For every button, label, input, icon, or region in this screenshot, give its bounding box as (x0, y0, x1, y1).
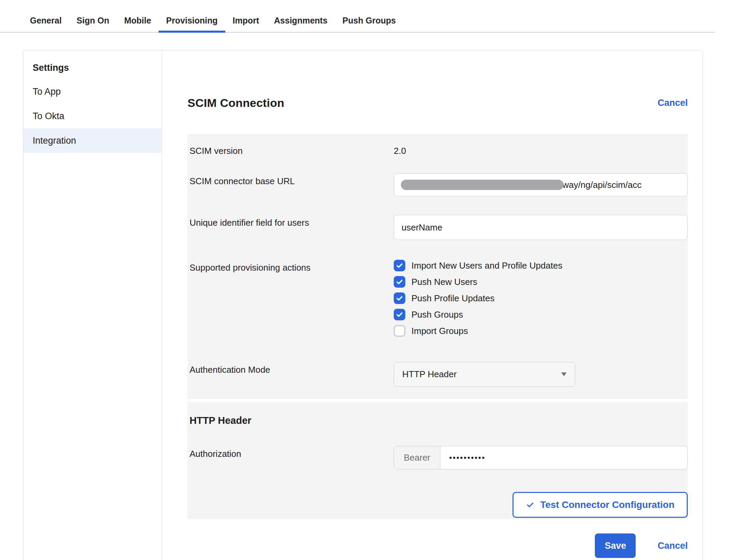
unique-id-value: userName (402, 222, 442, 233)
checkbox-row-import-users: Import New Users and Profile Updates (394, 260, 688, 271)
tab-import[interactable]: Import (225, 10, 267, 33)
base-url-input[interactable]: https://b5bd-185-19-67-148.ngrok.io/gate… (394, 173, 688, 196)
checkmark-icon (395, 278, 404, 286)
settings-sidebar: Settings To App To Okta Integration (23, 50, 162, 560)
unique-id-input[interactable]: userName (394, 215, 688, 240)
checkbox-row-push-groups: Push Groups (394, 309, 688, 320)
tab-provisioning[interactable]: Provisioning (159, 10, 225, 33)
push-new-users-checkbox[interactable] (394, 276, 405, 288)
authorization-label: Authorization (190, 446, 394, 469)
checkmark-icon (395, 310, 404, 319)
chevron-down-icon (561, 372, 567, 376)
checkbox-row-push-profile-updates: Push Profile Updates (394, 292, 688, 304)
cancel-link-bottom[interactable]: Cancel (657, 541, 688, 551)
auth-mode-label: Authentication Mode (190, 362, 394, 387)
unique-id-row: Unique identifier field for users userNa… (188, 215, 688, 240)
http-header-title: HTTP Header (188, 415, 688, 426)
authorization-input-group: Bearer •••••••••• (394, 446, 688, 469)
checkbox-label: Push New Users (411, 277, 477, 287)
test-row: Test Connector Configuration (188, 492, 688, 518)
scim-version-value: 2.0 (394, 143, 688, 156)
push-groups-checkbox[interactable] (394, 309, 405, 320)
checkbox-label: Push Profile Updates (411, 293, 494, 304)
checkbox-row-push-new-users: Push New Users (394, 276, 688, 288)
auth-mode-row: Authentication Mode HTTP Header (188, 362, 688, 387)
scim-connection-content: SCIM Connection Cancel SCIM version 2.0 … (162, 50, 702, 560)
checkbox-label: Push Groups (411, 309, 463, 320)
base-url-label: SCIM connector base URL (190, 173, 394, 196)
import-groups-checkbox[interactable] (394, 325, 405, 337)
save-button[interactable]: Save (595, 533, 636, 558)
provisioning-card: Settings To App To Okta Integration SCIM… (23, 50, 703, 560)
sidebar-item-to-app[interactable]: To App (23, 79, 162, 104)
checkmark-icon (526, 500, 535, 509)
content-header: SCIM Connection Cancel (188, 96, 688, 110)
checkbox-row-import-groups: Import Groups (394, 325, 688, 337)
app-tab-bar: General Sign On Mobile Provisioning Impo… (0, 0, 715, 33)
provisioning-actions-label: Supported provisioning actions (190, 260, 394, 341)
footer-actions: Save Cancel (188, 533, 688, 558)
checkbox-label: Import Groups (411, 326, 468, 336)
auth-mode-value: HTTP Header (402, 369, 457, 380)
authorization-row: Authorization Bearer •••••••••• (188, 446, 688, 469)
checkmark-icon (395, 294, 404, 302)
unique-id-label: Unique identifier field for users (190, 215, 394, 240)
http-header-panel: HTTP Header Authorization Bearer •••••••… (188, 402, 688, 519)
scim-version-label: SCIM version (190, 143, 394, 156)
scim-version-row: SCIM version 2.0 (188, 143, 688, 156)
cancel-link-top[interactable]: Cancel (657, 98, 688, 108)
test-connector-label: Test Connector Configuration (540, 499, 674, 510)
provisioning-actions-row: Supported provisioning actions Import Ne… (188, 260, 688, 341)
scim-settings-panel: SCIM version 2.0 SCIM connector base URL… (188, 134, 688, 399)
page-title: SCIM Connection (188, 96, 284, 110)
sidebar-item-integration[interactable]: Integration (23, 128, 162, 153)
sidebar-item-to-okta[interactable]: To Okta (23, 104, 162, 128)
tab-assignments[interactable]: Assignments (266, 10, 335, 33)
tab-sign-on[interactable]: Sign On (69, 10, 117, 33)
sidebar-heading: Settings (23, 58, 162, 78)
auth-mode-select[interactable]: HTTP Header (394, 362, 575, 387)
import-users-checkbox[interactable] (394, 260, 405, 271)
redaction-bar (401, 180, 564, 190)
authorization-token-input[interactable]: •••••••••• (440, 446, 687, 469)
base-url-row: SCIM connector base URL https://b5bd-185… (188, 173, 688, 196)
tab-push-groups[interactable]: Push Groups (335, 10, 403, 33)
bearer-prefix: Bearer (394, 446, 440, 469)
checkmark-icon (395, 261, 404, 270)
test-connector-button[interactable]: Test Connector Configuration (512, 492, 688, 518)
tab-mobile[interactable]: Mobile (117, 10, 159, 33)
tab-general[interactable]: General (22, 10, 69, 33)
checkbox-label: Import New Users and Profile Updates (411, 260, 563, 271)
push-profile-updates-checkbox[interactable] (394, 292, 405, 304)
